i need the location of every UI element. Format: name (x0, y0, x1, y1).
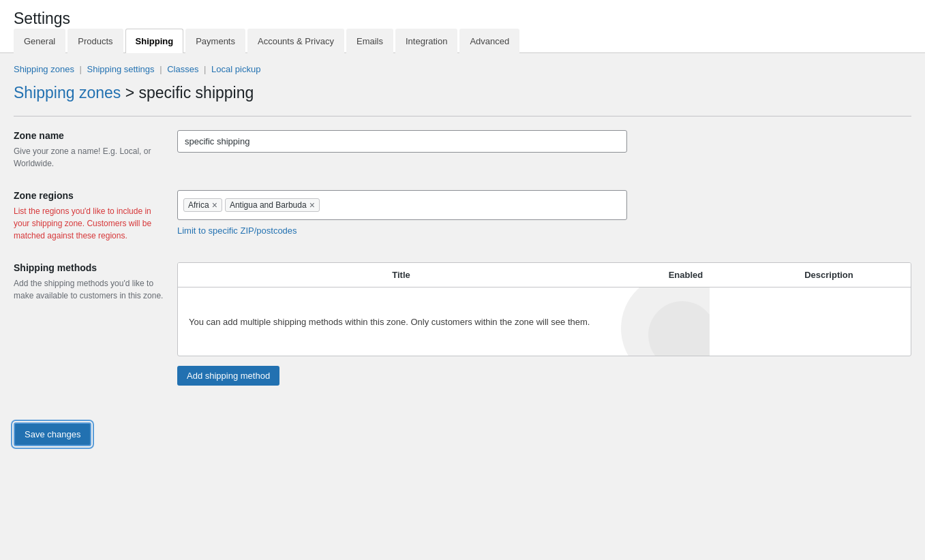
tag-africa-remove[interactable]: × (212, 200, 217, 210)
breadcrumb-current: specific shipping (139, 84, 254, 102)
tab-integration[interactable]: Integration (395, 29, 457, 53)
zone-name-label-area: Zone name Give your zone a name! E.g. Lo… (14, 130, 164, 170)
zone-regions-label-area: Zone regions List the regions you'd like… (14, 190, 164, 242)
save-changes-button[interactable]: Save changes (14, 422, 91, 446)
table-empty-message: You can add multiple shipping methods wi… (178, 303, 601, 341)
divider-top (14, 116, 911, 116)
limit-zip-link[interactable]: Limit to specific ZIP/postcodes (177, 225, 911, 236)
tab-shipping[interactable]: Shipping (125, 29, 184, 53)
sep3: | (204, 64, 206, 74)
shipping-methods-description: Add the shipping methods you'd like to m… (14, 277, 164, 302)
shipping-methods-section: Shipping methods Add the shipping method… (14, 262, 911, 386)
zone-regions-content: Africa × Antigua and Barbuda × Limit to … (177, 190, 911, 242)
th-description: Description (747, 263, 911, 287)
zone-name-description: Give your zone a name! E.g. Local, or Wo… (14, 145, 164, 170)
breadcrumb-separator: > (125, 84, 139, 102)
zone-name-section: Zone name Give your zone a name! E.g. Lo… (14, 130, 911, 170)
subnav-classes[interactable]: Classes (167, 64, 198, 74)
subnav-shipping-settings[interactable]: Shipping settings (87, 64, 155, 74)
tab-accounts-privacy[interactable]: Accounts & Privacy (247, 29, 344, 53)
zone-regions-section: Zone regions List the regions you'd like… (14, 190, 911, 242)
tab-emails[interactable]: Emails (346, 29, 393, 53)
tab-advanced[interactable]: Advanced (459, 29, 519, 53)
tag-africa-label: Africa (188, 200, 209, 210)
zone-name-heading: Zone name (14, 130, 164, 141)
th-title: Title (178, 263, 624, 287)
breadcrumb: Shipping zones > specific shipping (14, 84, 911, 102)
zone-regions-heading: Zone regions (14, 190, 164, 201)
subnav-local-pickup[interactable]: Local pickup (211, 64, 260, 74)
page-title: Settings (0, 0, 925, 28)
tag-antigua: Antigua and Barbuda × (225, 198, 320, 212)
tab-payments[interactable]: Payments (185, 29, 245, 53)
regions-input-box[interactable]: Africa × Antigua and Barbuda × (177, 190, 627, 220)
sub-nav: Shipping zones | Shipping settings | Cla… (14, 64, 911, 74)
tab-general[interactable]: General (14, 29, 65, 53)
subnav-shipping-zones[interactable]: Shipping zones (14, 64, 74, 74)
tab-products[interactable]: Products (67, 29, 123, 53)
shipping-methods-content: Title Enabled Description You can add mu… (177, 262, 911, 386)
tag-africa: Africa × (183, 198, 222, 212)
zone-name-input[interactable] (177, 130, 627, 153)
zone-name-content (177, 130, 911, 170)
sep2: | (160, 64, 162, 74)
tag-antigua-label: Antigua and Barbuda (230, 200, 307, 210)
table-empty-row: You can add multiple shipping methods wi… (178, 287, 911, 356)
breadcrumb-link[interactable]: Shipping zones (14, 84, 121, 102)
shipping-methods-table: Title Enabled Description You can add mu… (177, 262, 911, 356)
tabs-bar: General Products Shipping Payments Accou… (0, 28, 925, 53)
add-shipping-method-button[interactable]: Add shipping method (177, 366, 279, 386)
shipping-methods-label-area: Shipping methods Add the shipping method… (14, 262, 164, 386)
table-header: Title Enabled Description (178, 263, 911, 287)
shipping-methods-heading: Shipping methods (14, 262, 164, 273)
zone-regions-description: List the regions you'd like to include i… (14, 205, 164, 242)
th-enabled: Enabled (624, 263, 747, 287)
sep1: | (80, 64, 82, 74)
tag-antigua-remove[interactable]: × (309, 200, 315, 210)
